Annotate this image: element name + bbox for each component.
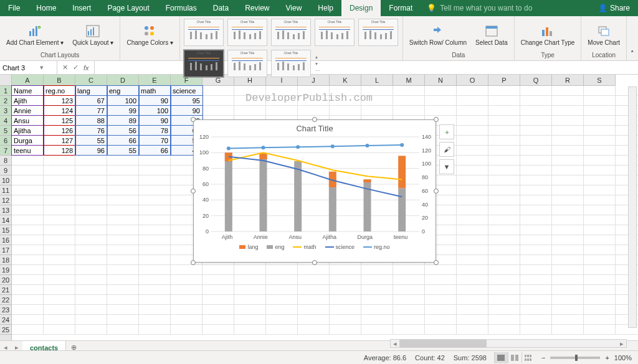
cell[interactable] [425,295,457,304]
cell[interactable] [457,265,488,274]
cell[interactable] [457,185,488,195]
cell[interactable] [552,255,584,264]
chart-handle[interactable] [434,117,439,122]
cell[interactable] [520,305,552,314]
cell[interactable] [12,325,44,334]
cell[interactable] [298,275,330,284]
cell[interactable] [12,156,44,165]
cell[interactable] [44,205,75,215]
cell[interactable] [457,225,488,235]
row-header[interactable]: 6 [0,136,11,146]
cell[interactable] [75,215,107,225]
cell[interactable] [298,96,330,105]
cell[interactable] [171,295,202,304]
cell[interactable]: 67 [75,96,107,105]
row-header[interactable]: 21 [0,285,11,295]
row-header[interactable]: 22 [0,295,11,305]
cell[interactable] [75,275,107,284]
cell[interactable] [488,305,520,314]
page-layout-view-button[interactable] [508,352,521,363]
cell[interactable] [584,255,616,264]
cell[interactable]: 126 [44,126,75,135]
legend-item[interactable]: math [293,244,316,250]
cell[interactable] [584,325,616,334]
change-chart-type-button[interactable]: Change Chart Type [517,17,579,52]
cell[interactable] [457,86,488,95]
change-colors-button[interactable]: Change Colors ▾ [123,17,176,52]
cell[interactable] [75,325,107,334]
zoom-level[interactable]: 100% [614,354,632,362]
cell[interactable]: lang [75,86,107,95]
cell[interactable] [552,136,584,145]
cell[interactable] [330,96,361,105]
name-box-input[interactable] [2,64,40,72]
cell[interactable] [202,265,234,274]
cell[interactable] [584,175,616,185]
cell[interactable] [361,275,393,284]
cell[interactable] [139,295,171,304]
cell[interactable] [234,315,266,324]
cell[interactable] [520,225,552,235]
cell[interactable] [107,275,139,284]
cell[interactable]: 55 [75,136,107,145]
cell[interactable]: 77 [75,106,107,115]
cell[interactable] [552,305,584,314]
cell[interactable]: 66 [107,136,139,145]
cell[interactable] [75,185,107,195]
cell[interactable] [584,146,616,155]
legend-item[interactable]: science [325,244,355,250]
cell[interactable] [139,166,171,175]
cell[interactable] [584,265,616,274]
cell[interactable] [75,175,107,185]
cell[interactable] [457,215,488,225]
tab-view[interactable]: View [278,0,310,16]
cell[interactable] [12,265,44,274]
row-header[interactable]: 11 [0,185,11,195]
cell[interactable] [520,265,552,274]
cell[interactable]: 95 [171,96,202,105]
move-chart-button[interactable]: Move Chart [584,17,624,52]
tab-format[interactable]: Format [381,0,421,16]
chart-style-thumb[interactable]: Chart Title [358,19,398,46]
cell[interactable]: 123 [44,96,75,105]
cell[interactable] [44,195,75,205]
cell[interactable] [234,275,266,284]
cell[interactable] [425,106,457,115]
cell[interactable] [488,215,520,225]
cell[interactable]: 100 [139,106,171,115]
zoom-in-button[interactable]: + [605,354,609,362]
cell[interactable] [266,275,298,284]
tell-me-input[interactable]: 💡Tell me what you want to do [421,4,590,12]
cell[interactable] [44,225,75,235]
cell[interactable] [488,126,520,135]
cell[interactable] [139,185,171,195]
cell[interactable] [12,166,44,175]
cell[interactable] [457,116,488,125]
cell[interactable]: math [139,86,171,95]
cell[interactable] [393,305,425,314]
cell[interactable] [202,106,234,115]
cell[interactable] [330,295,361,304]
cell[interactable] [425,96,457,105]
cell[interactable] [552,96,584,105]
cell[interactable] [12,305,44,314]
cell[interactable] [584,235,616,245]
cell[interactable] [202,96,234,105]
tab-review[interactable]: Review [237,0,277,16]
row-header[interactable]: 10 [0,175,11,185]
cell[interactable] [584,195,616,205]
cell[interactable] [202,295,234,304]
cell[interactable] [107,175,139,185]
cell[interactable] [457,325,488,334]
horizontal-scrollbar[interactable]: ◂ ▸ [390,339,627,348]
row-header[interactable]: 18 [0,255,11,265]
cell[interactable] [520,295,552,304]
cell[interactable] [44,285,75,294]
tab-insert[interactable]: Insert [64,0,99,16]
cell[interactable] [393,325,425,334]
cell[interactable] [457,245,488,254]
row-header[interactable]: 2 [0,96,11,106]
row-header[interactable]: 23 [0,305,11,315]
cell[interactable]: 88 [75,116,107,125]
cell[interactable]: 100 [107,96,139,105]
